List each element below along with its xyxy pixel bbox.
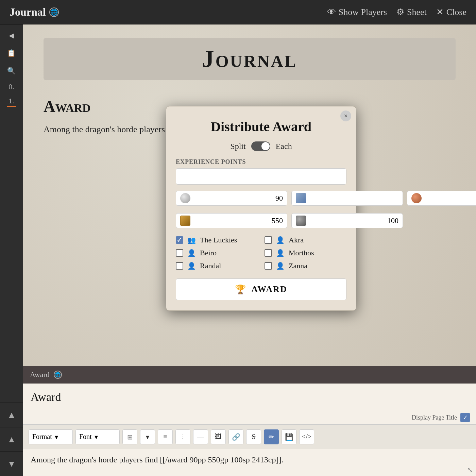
title-bar-right: 👁 Show Players ⚙ Sheet ✕ Close: [327, 7, 466, 17]
player-icon-morthos: 👤: [276, 249, 285, 257]
group-icon: 👥: [187, 236, 196, 244]
electrum-input[interactable]: [309, 194, 398, 203]
font-dropdown[interactable]: Font ▾: [75, 429, 120, 444]
link-button[interactable]: 🔗: [228, 429, 243, 444]
player-checkbox-zanna[interactable]: [265, 262, 272, 270]
players-grid: ✓ 👥 The Luckies 👤 Akra 👤 Beiro: [176, 236, 346, 270]
hr-button[interactable]: —: [193, 429, 208, 444]
silver-icon: [180, 193, 190, 203]
player-name-theluckies: The Luckies: [200, 236, 237, 244]
code-button[interactable]: </>: [299, 429, 314, 444]
player-row-zanna: 👤 Zanna: [265, 261, 346, 270]
player-name-randal: Randal: [200, 261, 221, 270]
player-checkbox-theluckies[interactable]: ✓: [176, 236, 183, 244]
silver-currency-cell: [176, 191, 287, 206]
player-icon-akra: 👤: [276, 236, 285, 244]
player-name-zanna: Zanna: [289, 261, 307, 270]
highlight-icon: ✏: [269, 433, 274, 441]
link-icon: 🔗: [232, 433, 240, 441]
nav-up-arrow[interactable]: ▲: [0, 427, 23, 452]
player-icon-randal: 👤: [187, 262, 196, 270]
player-name-beiro: Beiro: [200, 249, 217, 257]
sidebar-page-0[interactable]: 0.: [8, 81, 14, 92]
electrum-currency-cell: [291, 191, 403, 206]
ordered-list-button[interactable]: ⋮: [175, 429, 190, 444]
highlight-button[interactable]: ✏: [264, 429, 279, 444]
bullet-list-button[interactable]: ≡: [158, 429, 173, 444]
copper-input[interactable]: [424, 194, 476, 203]
player-row-akra: 👤 Akra: [265, 236, 346, 244]
display-page-title-row: Display Page Title ✓: [23, 411, 476, 424]
each-label: Each: [276, 142, 292, 151]
sidebar-notes-btn[interactable]: 📋: [4, 46, 19, 61]
gold-input[interactable]: [193, 216, 283, 225]
player-row-morthos: 👤 Morthos: [265, 249, 346, 257]
sheet-button[interactable]: ⚙ Sheet: [396, 7, 427, 17]
table-button[interactable]: ⊞: [122, 429, 137, 444]
font-dropdown-chevron: ▾: [95, 433, 98, 441]
platinum-input[interactable]: [309, 216, 398, 225]
nav-arrows-fixed: ▲ ▼: [0, 427, 23, 476]
sidebar-page-1[interactable]: 1.: [8, 95, 14, 107]
editor-globe-icon: 🌐: [54, 371, 62, 379]
experience-points-label: EXPERIENCE POINTS: [176, 158, 346, 166]
close-icon: ✕: [436, 7, 444, 17]
title-bar-left: Journal 🌐: [10, 6, 59, 18]
player-checkbox-beiro[interactable]: [176, 249, 183, 257]
gold-currency-cell: [176, 213, 287, 228]
distribute-award-modal: × Distribute Award Split Each EXPERIENCE…: [166, 106, 356, 311]
player-row-randal: 👤 Randal: [176, 261, 258, 270]
sidebar-collapse-btn[interactable]: ◀: [4, 28, 19, 43]
modal-award-button[interactable]: 🏆 AWARD: [176, 278, 346, 300]
player-name-akra: Akra: [289, 236, 304, 244]
toolbar: Format ▾ Font ▾ ⊞ ▾ ≡ ⋮ — 🖼 🔗 S: [23, 424, 476, 449]
copper-icon: [411, 193, 422, 203]
image-button[interactable]: 🖼: [211, 429, 226, 444]
editor-top-title: Award: [30, 370, 50, 379]
player-checkbox-morthos[interactable]: [265, 249, 272, 257]
editor-content-area[interactable]: Among the dragon's horde players find [[…: [23, 449, 476, 476]
format-dropdown-chevron: ▾: [55, 433, 58, 441]
currency-grid: [176, 191, 346, 206]
resize-handle[interactable]: ⤡: [464, 464, 476, 476]
image-icon: 🖼: [215, 433, 222, 441]
save-icon: 💾: [285, 433, 293, 441]
player-row-beiro: 👤 Beiro: [176, 249, 258, 257]
code-icon: </>: [302, 433, 311, 441]
gold-icon: [180, 216, 190, 226]
table-dropdown-button[interactable]: ▾: [140, 429, 155, 444]
platinum-currency-cell: [291, 213, 403, 228]
modal-close-button[interactable]: ×: [340, 111, 351, 121]
player-icon-zanna: 👤: [276, 262, 285, 270]
modal-split-row: Split Each: [166, 141, 356, 151]
bullet-list-icon: ≡: [163, 433, 167, 441]
editor-top-bar: Award 🌐: [23, 366, 476, 384]
close-button[interactable]: ✕ Close: [436, 7, 466, 17]
hr-icon: —: [197, 433, 204, 441]
editor-title-input[interactable]: [23, 384, 476, 411]
gear-icon: ⚙: [396, 7, 404, 17]
format-dropdown[interactable]: Format ▾: [29, 429, 73, 444]
modal-body: EXPERIENCE POINTS: [166, 158, 356, 300]
save-button[interactable]: 💾: [282, 429, 296, 444]
platinum-icon: [296, 216, 306, 226]
editor-content-text: Among the dragon's horde players find [[…: [31, 455, 284, 464]
table-dropdown-icon: ▾: [146, 433, 149, 441]
display-page-title-checkbox[interactable]: ✓: [460, 413, 470, 422]
player-icon-beiro: 👤: [187, 249, 196, 257]
player-checkbox-akra[interactable]: [265, 236, 272, 244]
toggle-knob: [261, 142, 270, 150]
nav-down-arrow[interactable]: ▼: [0, 452, 23, 476]
strike-button[interactable]: S: [246, 429, 261, 444]
modal-title: Distribute Award: [166, 106, 356, 141]
trophy-icon: 🏆: [235, 284, 247, 295]
experience-points-input[interactable]: [176, 168, 346, 185]
player-checkbox-randal[interactable]: [176, 262, 183, 270]
split-toggle[interactable]: [251, 141, 270, 151]
show-players-button[interactable]: 👁 Show Players: [327, 7, 387, 17]
nav-up-button[interactable]: ▲: [0, 403, 23, 427]
sidebar-search-btn[interactable]: 🔍: [4, 63, 19, 78]
journal-main-title: Journal: [44, 38, 456, 80]
silver-input[interactable]: [193, 194, 283, 203]
title-bar: Journal 🌐 👁 Show Players ⚙ Sheet ✕ Close: [0, 0, 476, 24]
